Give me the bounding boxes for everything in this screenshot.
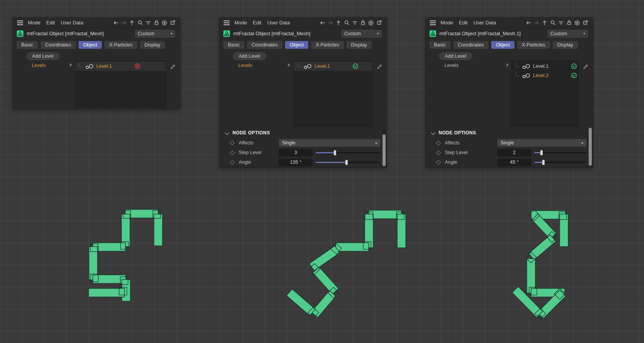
popout-icon[interactable] <box>582 19 589 26</box>
tab-basic[interactable]: Basic <box>17 41 38 49</box>
slider-handle[interactable] <box>540 150 543 155</box>
up-icon[interactable] <box>541 19 548 26</box>
search-icon[interactable] <box>343 19 350 26</box>
tab-display[interactable]: Display <box>140 41 165 49</box>
fractal-mesh-3[interactable] <box>512 210 568 319</box>
popout-icon[interactable] <box>169 19 176 26</box>
angle-slider[interactable] <box>534 159 586 165</box>
tab-coordinates[interactable]: Coordinates <box>453 41 489 49</box>
tab-display[interactable]: Display <box>347 41 372 49</box>
menu-edit[interactable]: Edit <box>46 20 55 26</box>
fractal-mesh-1[interactable] <box>89 209 162 301</box>
angle-input[interactable]: 45 ° <box>497 159 531 166</box>
menu-user-data[interactable]: User Data <box>473 20 496 26</box>
forward-icon[interactable] <box>327 19 334 26</box>
pencil-icon[interactable] <box>583 63 589 70</box>
chevron-right-icon[interactable] <box>505 63 509 69</box>
up-icon[interactable] <box>128 19 135 26</box>
keyframe-diamond-icon <box>436 150 441 155</box>
node-options-header[interactable]: NODE OPTIONS <box>426 130 593 135</box>
chevron-down-icon: ▾ <box>171 31 173 36</box>
menu-edit[interactable]: Edit <box>253 20 261 26</box>
tab-basic[interactable]: Basic <box>429 41 451 49</box>
tab-coordinates[interactable]: Coordinates <box>41 41 76 49</box>
tab-object[interactable]: Object <box>79 41 102 49</box>
status-enabled-icon[interactable] <box>352 63 359 69</box>
levels-group-label[interactable]: Levels <box>238 63 252 68</box>
menu-user-data[interactable]: User Data <box>61 20 84 26</box>
tab-x-particles[interactable]: X-Particles <box>311 41 343 49</box>
scrollbar[interactable] <box>383 128 386 166</box>
affects-dropdown[interactable]: Single ▾ <box>497 139 586 147</box>
menu-mode[interactable]: Mode <box>441 20 453 26</box>
pencil-icon[interactable] <box>170 63 176 70</box>
chevron-right-icon[interactable] <box>286 63 291 69</box>
menu-mode[interactable]: Mode <box>234 20 247 26</box>
angle-input[interactable]: 135 ° <box>279 159 313 166</box>
level-row[interactable]: Level.1 <box>75 62 166 71</box>
step-level-slider[interactable] <box>316 150 380 156</box>
menu-edit[interactable]: Edit <box>459 20 468 26</box>
hamburger-menu-icon[interactable] <box>430 21 436 25</box>
slider-handle[interactable] <box>345 160 348 165</box>
slider-handle[interactable] <box>334 150 336 155</box>
fractal-mesh-2[interactable] <box>287 210 406 318</box>
tab-display[interactable]: Display <box>553 41 578 49</box>
status-enabled-icon[interactable] <box>571 63 577 69</box>
angle-slider[interactable] <box>316 159 380 165</box>
affects-dropdown[interactable]: Single ▾ <box>279 139 380 147</box>
target-icon[interactable] <box>367 19 374 26</box>
back-icon[interactable] <box>112 19 119 26</box>
forward-icon[interactable] <box>120 19 127 26</box>
forward-icon[interactable] <box>533 19 540 26</box>
chevron-down-icon <box>431 130 436 135</box>
add-level-button[interactable]: Add Level <box>233 52 266 60</box>
lock-icon[interactable] <box>565 19 572 26</box>
back-icon[interactable] <box>525 19 532 26</box>
slider-handle[interactable] <box>542 160 545 165</box>
chevron-right-icon[interactable] <box>68 63 73 69</box>
menu-user-data[interactable]: User Data <box>267 20 290 26</box>
hamburger-menu-icon[interactable] <box>224 21 230 25</box>
status-disabled-icon[interactable] <box>134 63 140 69</box>
step-level-slider[interactable] <box>534 150 586 156</box>
menu-mode[interactable]: Mode <box>28 20 41 26</box>
filter-icon[interactable] <box>557 19 564 26</box>
back-icon[interactable] <box>319 19 326 26</box>
scrollbar[interactable] <box>589 128 592 166</box>
level-row[interactable]: Level.2 <box>512 71 578 80</box>
popout-icon[interactable] <box>376 19 383 26</box>
tree-branch <box>516 63 520 67</box>
tab-object[interactable]: Object <box>491 41 514 49</box>
search-icon[interactable] <box>549 19 556 26</box>
status-enabled-icon[interactable] <box>571 72 577 79</box>
tab-object[interactable]: Object <box>285 41 308 49</box>
preset-dropdown[interactable]: Custom ▾ <box>548 30 588 38</box>
target-icon[interactable] <box>161 19 168 26</box>
lock-icon[interactable] <box>153 19 160 26</box>
tab-basic[interactable]: Basic <box>223 41 244 49</box>
preset-dropdown[interactable]: Custom ▾ <box>342 30 382 38</box>
target-icon[interactable] <box>574 19 581 26</box>
menu-bar: Mode Edit User Data <box>220 18 386 28</box>
filter-icon[interactable] <box>145 19 152 26</box>
up-icon[interactable] <box>335 19 342 26</box>
level-row[interactable]: Level.1 <box>512 62 578 71</box>
step-level-input[interactable]: 3 <box>279 149 313 156</box>
levels-group-label[interactable]: Levels <box>32 63 46 68</box>
pencil-icon[interactable] <box>376 63 383 70</box>
step-level-input[interactable]: 2 <box>497 149 531 156</box>
node-options-header[interactable]: NODE OPTIONS <box>220 130 386 135</box>
levels-group-label[interactable]: Levels <box>444 63 458 68</box>
hamburger-menu-icon[interactable] <box>17 21 23 25</box>
search-icon[interactable] <box>137 19 143 26</box>
filter-icon[interactable] <box>351 19 358 26</box>
tab-x-particles[interactable]: X-Particles <box>517 41 550 49</box>
level-row[interactable]: Level.1 <box>294 62 372 71</box>
tab-coordinates[interactable]: Coordinates <box>247 41 282 49</box>
add-level-button[interactable]: Add Level <box>439 52 472 60</box>
tab-x-particles[interactable]: X-Particles <box>104 41 137 49</box>
lock-icon[interactable] <box>359 19 366 26</box>
add-level-button[interactable]: Add Level <box>26 52 60 60</box>
preset-dropdown[interactable]: Custom ▾ <box>135 30 175 38</box>
